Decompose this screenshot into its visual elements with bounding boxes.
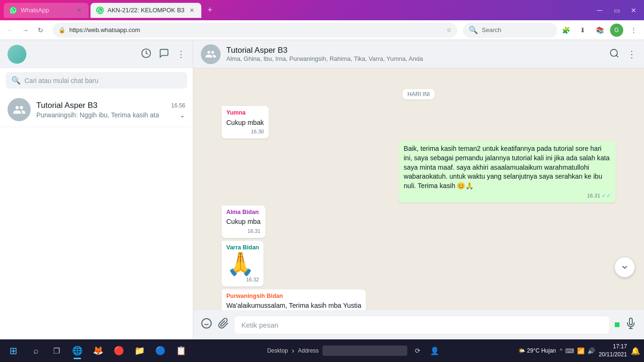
back-button[interactable]: ← — [4, 24, 17, 37]
tab-whatsapp-close[interactable]: ✕ — [75, 7, 83, 14]
msg-self: Baik, terima kasih teman2 untuk keatifan… — [399, 141, 616, 203]
chat-avatar-tutorial — [8, 98, 31, 121]
msg-bubble-yumna: Yumna Cukup mbak 16.30 — [222, 106, 269, 139]
taskbar-user[interactable]: 👤 — [428, 344, 441, 357]
attach-icon[interactable] — [218, 318, 229, 332]
taskbar-app-red[interactable]: 🔴 — [109, 341, 128, 360]
mic-icon[interactable] — [625, 318, 636, 332]
minimize-button[interactable]: ─ — [593, 4, 606, 17]
chat-preview-row: Purwaningsih: Nggih ibu, Terima kasih at… — [36, 111, 185, 119]
close-button[interactable]: ✕ — [627, 4, 640, 17]
windows-icon: ⊞ — [9, 345, 17, 356]
taskbar-folder[interactable]: 📁 — [130, 341, 149, 360]
chat-item-tutorial[interactable]: Tutorial Asper B3 16.56 Purwaningsih: Ng… — [0, 92, 193, 127]
chat-messages: . HARI INI Yumna Cukup mbak 16.30 Baik, … — [193, 68, 644, 310]
status-icon[interactable] — [141, 48, 151, 61]
keyboard-icon[interactable]: ⌨ — [565, 347, 574, 354]
start-button[interactable]: ⊞ — [4, 341, 23, 360]
taskbar-address-label[interactable]: Address — [298, 347, 319, 354]
taskbar-time[interactable]: 17:17 20/11/2021 — [599, 343, 627, 359]
weather-icon: 🌤️ — [518, 347, 525, 354]
svg-point-1 — [611, 49, 618, 56]
taskbar-reload[interactable]: ⟳ — [411, 344, 424, 357]
taskbar-weather[interactable]: 🌤️ 29°C Hujan — [518, 347, 556, 354]
taskbar-chrome[interactable]: 🔵 — [151, 341, 170, 360]
taskbar-app7-icon: 📋 — [176, 346, 186, 356]
search-box[interactable]: 🔍 Search — [463, 23, 557, 38]
tab-bar: WhatsApp ✕ AKN-21/22: KELOMPOK B3 ✕ + ─ … — [0, 0, 644, 20]
expand-tray-icon[interactable]: ^ — [560, 347, 562, 354]
taskbar-search[interactable]: ⌕ — [26, 341, 45, 360]
search-messages-icon[interactable] — [609, 48, 619, 60]
chat-icon[interactable] — [159, 48, 169, 61]
msg-varra: Varra Bidan 🙏 16.32 — [222, 241, 264, 287]
msg-alma: Alma Bidan Cukup mba 16.31 — [222, 206, 265, 238]
taskbar-taskview[interactable]: ❐ — [47, 341, 66, 360]
msg-bubble-alma: Alma Bidan Cukup mba 16.31 — [222, 206, 265, 238]
svg-line-2 — [616, 55, 618, 57]
volume-icon[interactable]: 🔊 — [587, 347, 595, 354]
msg-time-row-alma: 16.31 — [226, 228, 261, 235]
chat-name-row: Tutorial Asper B3 16.56 — [36, 101, 185, 110]
star-icon[interactable]: ☆ — [446, 27, 452, 33]
msg-time-yumna: 16.30 — [251, 128, 264, 135]
search-input[interactable] — [25, 77, 182, 84]
user-avatar[interactable] — [8, 45, 26, 64]
forward-button[interactable]: → — [19, 24, 32, 37]
taskbar-sys: ^ ⌨ 📶 🔊 — [560, 347, 595, 354]
reload-icon: ⟳ — [415, 347, 421, 354]
tab-whatsapp[interactable]: WhatsApp ✕ — [4, 3, 89, 18]
msg-yumna: Yumna Cukup mbak 16.30 — [222, 106, 269, 139]
taskbar-app-red-icon: 🔴 — [114, 346, 124, 356]
taskbar-firefox[interactable]: 🦊 — [89, 341, 107, 360]
bookmarks-icon[interactable]: 📚 — [593, 24, 606, 37]
chat-header-info: Tutorial Asper B3 Alma, Ghina, Ibu, Irna… — [226, 46, 603, 62]
msg-time-alma: 16.31 — [248, 228, 261, 235]
app-container: ⋮ 🔍 Tutorial Asper B3 16.56 — [0, 40, 644, 339]
taskbar-desktop-label[interactable]: Desktop — [267, 347, 288, 354]
network-icon[interactable]: 📶 — [577, 347, 585, 354]
msg-sender-varra: Varra Bidan — [226, 244, 259, 252]
taskbar-apps: ⌕ ❐ 🌐 🦊 🔴 📁 🔵 📋 — [26, 341, 190, 360]
msg-text-alma: Cukup mba — [226, 217, 261, 227]
search-input-wrap[interactable]: 🔍 — [6, 72, 187, 89]
date-badge: HARI INI — [403, 89, 434, 99]
address-text: https://web.whatsapp.com — [69, 26, 443, 33]
profile-icon[interactable]: G — [610, 24, 623, 37]
taskbar-address-input[interactable] — [322, 346, 407, 356]
lock-icon: 🔒 — [58, 27, 66, 33]
chat-menu-icon[interactable]: ⋮ — [627, 49, 636, 60]
msg-time-row-yumna: 16.30 — [226, 128, 264, 135]
search-text: Search — [482, 26, 501, 33]
tab-akn[interactable]: AKN-21/22: KELOMPOK B3 ✕ — [91, 3, 201, 18]
emoji-icon[interactable] — [201, 318, 212, 332]
search-icon: 🔍 — [11, 76, 21, 85]
tab-akn-close[interactable]: ✕ — [188, 7, 196, 14]
taskbar-firefox-icon: 🦊 — [93, 346, 103, 356]
sidebar-header: ⋮ — [0, 40, 193, 68]
msg-check-self: ✓✓ — [602, 192, 611, 200]
address-bar[interactable]: 🔒 https://web.whatsapp.com ☆ — [53, 23, 457, 38]
message-input[interactable] — [235, 316, 609, 334]
notification-icon[interactable]: 🔔 — [631, 346, 640, 355]
chat-header: Tutorial Asper B3 Alma, Ghina, Ibu, Irna… — [193, 40, 644, 68]
new-tab-button[interactable]: + — [203, 4, 216, 17]
maximize-button[interactable]: ▭ — [610, 4, 623, 17]
taskbar-search-icon: ⌕ — [33, 346, 39, 356]
chat-header-avatar[interactable] — [201, 44, 221, 64]
menu-icon[interactable]: ⋮ — [627, 24, 640, 37]
extensions-icon[interactable]: 🧩 — [559, 24, 572, 37]
time-display: 17:17 — [599, 343, 627, 351]
taskbar-right: 🌤️ 29°C Hujan ^ ⌨ 📶 🔊 17:17 20/11/2021 🔔 — [518, 343, 640, 359]
browser-controls: ← → ↻ 🔒 https://web.whatsapp.com ☆ 🔍 Sea… — [0, 20, 644, 40]
whatsapp-favicon — [9, 7, 17, 14]
download-icon[interactable]: ⬇ — [576, 24, 589, 37]
refresh-button[interactable]: ↻ — [34, 24, 47, 37]
taskbar-edge[interactable]: 🌐 — [68, 341, 87, 360]
msg-sender-purwaningsih: Purwaningsih Bidan — [226, 292, 361, 301]
taskbar-app7[interactable]: 📋 — [172, 341, 190, 360]
sidebar: ⋮ 🔍 Tutorial Asper B3 16.56 — [0, 40, 193, 339]
scroll-down-button[interactable] — [615, 257, 635, 277]
menu-icon[interactable]: ⋮ — [177, 49, 185, 59]
sidebar-icons: ⋮ — [141, 48, 185, 61]
